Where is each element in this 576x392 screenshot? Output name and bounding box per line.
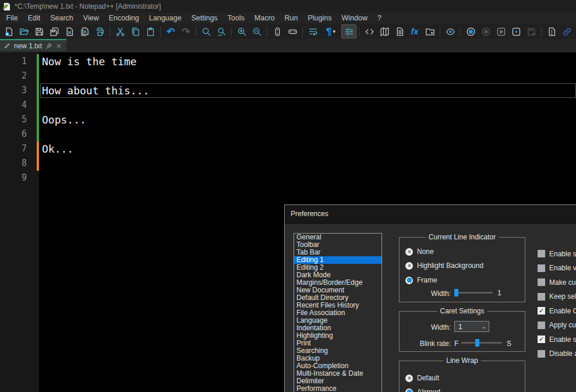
category-performance[interactable]: Performance [294, 385, 381, 392]
editor-line-6[interactable]: 6 [0, 127, 576, 142]
run-macro-multiple-icon[interactable] [508, 24, 524, 38]
caret-width-value: 1 [458, 323, 462, 331]
checkbox-apply-cust[interactable]: ✓Apply cust [538, 322, 576, 329]
menu-run[interactable]: Run [280, 13, 303, 24]
sync-vertical-scroll-icon[interactable] [270, 24, 285, 38]
zoom-in-icon[interactable] [234, 24, 249, 38]
checkbox-unchecked-icon[interactable]: ✓ [538, 293, 545, 301]
menu-plugins[interactable]: Plugins [303, 13, 337, 24]
record-macro-icon[interactable] [463, 24, 478, 38]
document-map-icon[interactable] [377, 24, 392, 38]
editor-line-3[interactable]: 3How about this... [0, 83, 576, 98]
find-icon[interactable] [199, 24, 214, 38]
line-wrap-radio-aligned[interactable]: Aligned [405, 388, 440, 392]
checkbox-unchecked-icon[interactable]: ✓ [538, 350, 545, 358]
radio-icon[interactable] [405, 389, 413, 392]
menu-[interactable]: ? [372, 13, 386, 24]
checkbox-enable-smo[interactable]: ✓Enable smo [538, 250, 576, 257]
menu-macro[interactable]: Macro [249, 13, 280, 24]
checkbox-enable-virt[interactable]: ✓Enable virt [538, 264, 576, 272]
close-document-icon[interactable] [62, 24, 77, 38]
hyperlink-icon[interactable] [559, 24, 574, 38]
radio-icon[interactable] [405, 248, 413, 256]
group-label: Line Wrap [443, 356, 480, 365]
editor-line-7[interactable]: 7Ok... [0, 142, 576, 156]
menu-edit[interactable]: Edit [23, 13, 45, 24]
editor-line-4[interactable]: 4 [0, 98, 576, 112]
slider-thumb[interactable] [454, 289, 458, 296]
current-line-indicator-radio-highlight-background[interactable]: Highlight Background [405, 262, 483, 270]
current-line-indicator-radio-none[interactable]: None [405, 248, 434, 256]
dialog-title: Preferences [285, 205, 576, 224]
sync-horizontal-scroll-icon[interactable] [285, 24, 300, 38]
paste-icon[interactable] [143, 24, 158, 38]
folder-as-workspace-icon[interactable] [422, 24, 437, 38]
menu-language[interactable]: Language [144, 13, 186, 24]
current-line-indicator-radio-frame[interactable]: Frame [405, 276, 437, 284]
checkbox-keep-selec[interactable]: ✓Keep selec [538, 293, 576, 301]
show-all-characters-icon[interactable]: ¶▾ [320, 24, 341, 38]
editor-line-5[interactable]: 5Oops... [0, 112, 576, 127]
close-all-icon[interactable] [77, 24, 92, 38]
blink-rate-slider[interactable] [461, 339, 502, 347]
menu-tools[interactable]: Tools [222, 13, 249, 24]
menu-search[interactable]: Search [45, 13, 79, 24]
radio-icon[interactable] [405, 375, 413, 382]
checkbox-make-curre[interactable]: ✓Make curre [538, 278, 576, 286]
save-all-icon[interactable] [47, 24, 62, 38]
view-source-icon[interactable] [362, 24, 377, 38]
menu-encoding[interactable]: Encoding [104, 13, 144, 24]
line-text: Ok... [40, 142, 576, 156]
toolbar-separator [267, 27, 267, 37]
menu-view[interactable]: View [78, 13, 104, 24]
menu-window[interactable]: Window [337, 13, 372, 24]
radio-label: Aligned [417, 388, 440, 392]
new-document-icon[interactable] [544, 24, 559, 38]
menu-settings[interactable]: Settings [186, 13, 222, 24]
radio-icon[interactable] [405, 277, 413, 284]
word-wrap-icon[interactable] [305, 24, 320, 38]
undo-icon[interactable]: ↶ [163, 24, 178, 38]
function-list-icon[interactable]: fx [407, 24, 422, 38]
slider-track [461, 342, 502, 344]
zoom-out-icon[interactable] [249, 24, 264, 38]
checkbox-unchecked-icon[interactable]: ✓ [538, 264, 545, 272]
tab-close-icon[interactable] [56, 43, 62, 49]
checkbox-disable-adv[interactable]: ✓Disable adv [538, 350, 576, 358]
line-wrap-radio-default[interactable]: Default [405, 374, 439, 382]
slider-thumb[interactable] [475, 339, 479, 347]
window-title: *C:\Temp\new 1.txt - Notepad++ [Administ… [15, 2, 161, 10]
cut-icon[interactable] [112, 24, 128, 38]
file-monitoring-icon[interactable] [443, 24, 458, 38]
indent-guide-icon[interactable] [341, 24, 356, 38]
pin-icon[interactable] [45, 43, 52, 50]
editor-line-2[interactable]: 2 [0, 69, 576, 83]
checkbox-unchecked-icon[interactable]: ✓ [538, 278, 545, 286]
editor-line-9[interactable]: 9 [0, 171, 576, 185]
replace-icon[interactable] [214, 24, 229, 38]
new-file-icon[interactable] [1, 24, 16, 38]
cli-width-slider[interactable] [454, 289, 493, 296]
caret-width-dropdown[interactable]: 1 ⌄ [454, 321, 489, 332]
checkbox-enable-scro[interactable]: ✓Enable scro [538, 336, 576, 343]
save-icon[interactable] [31, 24, 47, 38]
toolbar-separator [460, 27, 461, 37]
dropdown-caret-icon[interactable]: ▾ [333, 29, 335, 34]
checkbox-checked-icon[interactable]: ✓ [538, 307, 545, 315]
checkbox-checked-icon[interactable]: ✓ [538, 336, 545, 343]
checkbox-unchecked-icon[interactable]: ✓ [538, 322, 545, 329]
radio-icon[interactable] [405, 262, 413, 270]
print-icon[interactable] [92, 24, 107, 38]
editor-line-8[interactable]: 8 [0, 156, 576, 171]
menu-file[interactable]: File [1, 13, 23, 24]
tab-new-1-txt[interactable]: new 1.txt [0, 39, 66, 51]
dialog-body: GeneralToolbarTab BarEditing 1Editing 2D… [285, 224, 576, 392]
preferences-category-list[interactable]: GeneralToolbarTab BarEditing 1Editing 2D… [294, 233, 382, 392]
document-list-icon[interactable] [392, 24, 407, 38]
editor-line-1[interactable]: 1Now is the time [0, 54, 576, 69]
toolbar-separator [231, 27, 232, 37]
checkbox-enable-cop[interactable]: ✓Enable Cop [538, 307, 576, 315]
open-folder-icon[interactable] [16, 24, 31, 38]
copy-icon[interactable] [128, 24, 143, 38]
checkbox-unchecked-icon[interactable]: ✓ [538, 250, 545, 257]
